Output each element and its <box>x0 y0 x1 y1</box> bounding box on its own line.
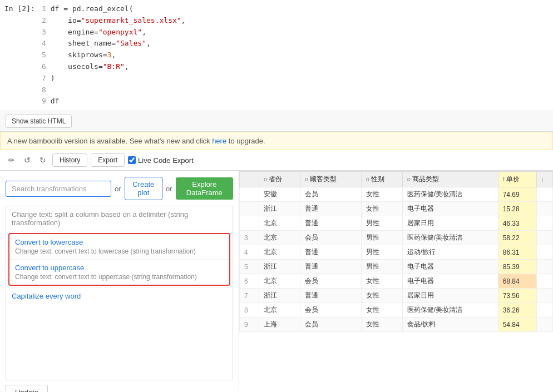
cell-product: 电子电器 <box>402 202 498 216</box>
cell-customer: 普通 <box>300 260 362 274</box>
redo-button[interactable]: ↻ <box>37 154 49 166</box>
cell-province: 浙江 <box>259 289 300 303</box>
data-table: o 省份 o 顾客类型 o 性别 o 商品类型 f 单价 i 安徽 会员 女性 … <box>239 171 553 332</box>
banner-text: A new bamboolib version is available. Se… <box>7 137 212 145</box>
list-item[interactable]: Convert to lowercase Change text: conver… <box>9 234 229 260</box>
history-button[interactable]: History <box>52 153 87 167</box>
cell-customer: 会员 <box>300 303 362 317</box>
code-block: df = pd.read_excel( io="supermarkt_sales… <box>51 3 186 107</box>
cell-extra <box>537 231 553 245</box>
cell-price: 54.84 <box>498 317 537 332</box>
selected-items-group: Convert to lowercase Change text: conver… <box>8 233 230 286</box>
cell-product: 医药保健/美妆清洁 <box>402 187 498 202</box>
cell-gender: 女性 <box>361 187 402 202</box>
or2-text: or <box>166 185 172 193</box>
row-num: 9 <box>240 317 259 332</box>
cell-price: 85.39 <box>498 260 537 274</box>
list-item[interactable]: Capitalize every word <box>6 287 233 304</box>
banner-text-after: to upgrade. <box>226 137 265 145</box>
cell-extra <box>537 187 553 202</box>
redo-icon: ↻ <box>40 156 46 165</box>
cell-province: 北京 <box>259 303 300 317</box>
cell-gender: 女性 <box>361 289 402 303</box>
item-title: Capitalize every word <box>12 292 81 300</box>
cell-gender: 男性 <box>361 216 402 231</box>
pencil-button[interactable]: ✏ <box>6 154 18 166</box>
cell-gender: 男性 <box>361 245 402 260</box>
cell-label: In [2]: <box>0 3 40 107</box>
col-header-customer-type[interactable]: o 顾客类型 <box>300 172 362 187</box>
cell-customer: 普通 <box>300 289 362 303</box>
table-row: 4 北京 普通 男性 运动/旅行 86.31 <box>240 245 553 260</box>
banner-link[interactable]: here <box>212 137 226 145</box>
cell-price: 58.22 <box>498 231 537 245</box>
cell-extra <box>537 303 553 317</box>
cell-price: 68.84 <box>498 274 537 289</box>
col-header-gender[interactable]: o 性别 <box>361 172 402 187</box>
cell-gender: 男性 <box>361 260 402 274</box>
cell-province: 浙江 <box>259 260 300 274</box>
table-row: 5 浙江 普通 男性 电子电器 85.39 <box>240 260 553 274</box>
cell-extra <box>537 245 553 260</box>
list-item[interactable]: Change text: split a column based on a d… <box>6 206 233 231</box>
cell-province: 北京 <box>259 274 300 289</box>
row-num: 7 <box>240 289 259 303</box>
cell-product: 电子电器 <box>402 274 498 289</box>
undo-icon: ↺ <box>24 156 31 165</box>
row-num <box>240 216 259 231</box>
search-input[interactable] <box>6 181 111 197</box>
cell-price: 86.31 <box>498 245 537 260</box>
row-num <box>240 187 259 202</box>
line-numbers: 1 2 3 4 5 6 7 8 9 <box>40 3 51 107</box>
row-num: 6 <box>240 274 259 289</box>
list-item[interactable]: Convert to uppercase Change text: conver… <box>9 260 229 285</box>
item-title: Change text: split a column based on a d… <box>12 210 188 227</box>
cell-customer: 会员 <box>300 187 362 202</box>
table-row: 浙江 普通 女性 电子电器 15.28 <box>240 202 553 216</box>
cell-customer: 普通 <box>300 202 362 216</box>
create-plot-button[interactable]: Create plot <box>125 177 163 200</box>
right-panel[interactable]: o 省份 o 顾客类型 o 性别 o 商品类型 f 单价 i 安徽 会员 女性 … <box>239 171 553 392</box>
cell-price: 74.69 <box>498 187 537 202</box>
cell-customer: 会员 <box>300 317 362 332</box>
live-code-text: Live Code Export <box>138 156 194 165</box>
item-desc: Change text: convert text to lowercase (… <box>15 247 224 255</box>
cell-price: 73.56 <box>498 289 537 303</box>
undo-button[interactable]: ↺ <box>21 154 33 166</box>
row-num <box>240 202 259 216</box>
cell-price: 15.28 <box>498 202 537 216</box>
row-num: 8 <box>240 303 259 317</box>
cell-gender: 女性 <box>361 274 402 289</box>
item-desc: Change text: convert text to uppercase (… <box>15 273 224 281</box>
live-code-checkbox[interactable] <box>128 156 136 164</box>
cell-customer: 普通 <box>300 245 362 260</box>
search-area: or Create plot or Explore DataFrame <box>0 171 239 206</box>
pencil-icon: ✏ <box>8 156 15 165</box>
update-button[interactable]: Update <box>6 385 48 392</box>
show-html-button[interactable]: Show static HTML <box>6 115 72 128</box>
col-header-num <box>240 172 259 187</box>
cell-customer: 普通 <box>300 216 362 231</box>
item-title: Convert to lowercase <box>15 238 224 246</box>
col-header-unit-price[interactable]: f 单价 <box>498 172 537 187</box>
cell-customer: 会员 <box>300 231 362 245</box>
update-area: Update <box>0 380 239 392</box>
explore-dataframe-button[interactable]: Explore DataFrame <box>176 177 233 200</box>
cell-product: 居家日用 <box>402 289 498 303</box>
col-header-extra: i <box>537 172 553 187</box>
cell-extra <box>537 202 553 216</box>
col-header-product-type[interactable]: o 商品类型 <box>402 172 498 187</box>
left-panel: or Create plot or Explore DataFrame Chan… <box>0 171 239 392</box>
cell-product: 医药保健/美妆清洁 <box>402 303 498 317</box>
cell-product: 居家日用 <box>402 216 498 231</box>
cell-customer: 会员 <box>300 274 362 289</box>
cell-gender: 女性 <box>361 303 402 317</box>
live-code-label[interactable]: Live Code Export <box>128 156 194 165</box>
table-row: 3 北京 会员 男性 医药保健/美妆清洁 58.22 <box>240 231 553 245</box>
col-header-province[interactable]: o 省份 <box>259 172 300 187</box>
transformation-dropdown: Change text: split a column based on a d… <box>6 206 233 380</box>
cell-extra <box>537 216 553 231</box>
export-button[interactable]: Export <box>91 153 125 167</box>
show-html-toolbar: Show static HTML <box>0 111 553 132</box>
cell-gender: 女性 <box>361 317 402 332</box>
